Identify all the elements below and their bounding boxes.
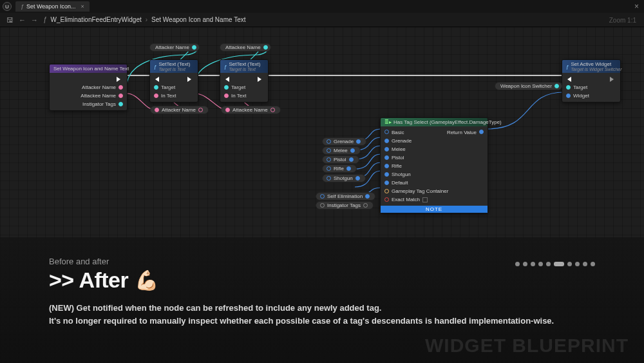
fx-icon: ƒ [21, 3, 24, 10]
var-attackee-name-in[interactable]: Attackee Name [221, 106, 281, 114]
in-pin[interactable] [566, 93, 571, 98]
node-header: ƒSet Active WidgetTarget is Widget Switc… [562, 60, 620, 73]
pill-self-elim[interactable]: Self Elimination [316, 192, 375, 201]
dot[interactable] [575, 262, 580, 266]
var-attackee-name[interactable]: Attackee Name [220, 43, 271, 52]
out-pin[interactable] [118, 93, 123, 98]
ue-logo-icon: U [3, 2, 12, 11]
node-header: ≣▸Has Tag Select (GameplayEffect.DamageT… [381, 118, 488, 126]
exact-match-checkbox[interactable] [422, 197, 428, 202]
note-bar[interactable]: NOTE [381, 206, 488, 213]
exec-pin[interactable] [151, 77, 159, 82]
in-pin[interactable] [225, 108, 230, 112]
node-has-tag-select[interactable]: ≣▸Has Tag Select (GameplayEffect.DamageT… [380, 117, 488, 213]
editor-tab[interactable]: ƒ Set Weapon Icon... × [15, 1, 90, 12]
pill-melee[interactable]: Melee [322, 146, 361, 155]
chevron-right-icon: › [146, 16, 147, 23]
overlay-subtitle: Before and after [49, 257, 595, 266]
var-weapon-icon-switcher[interactable]: Weapon Icon Switcher [495, 82, 562, 90]
dot-active[interactable] [554, 262, 564, 266]
zoom-label: Zoom 1:1 [609, 17, 636, 24]
exec-pin[interactable] [117, 77, 123, 82]
out-pin[interactable] [263, 45, 268, 50]
tab-bar: U ƒ Set Weapon Icon... × [0, 0, 644, 13]
overlay-body: (NEW) Get notified when the node can be … [49, 302, 595, 327]
fx-icon: ƒ [43, 16, 47, 23]
out-pin[interactable] [198, 108, 203, 112]
node-header: Set Weapon Icon and Name Text [50, 64, 127, 73]
presentation-overlay: Before and after >> After 💪🏻 (NEW) Get n… [0, 237, 644, 363]
exec-pin[interactable] [258, 77, 264, 82]
node-entry[interactable]: Set Weapon Icon and Name Text Attacker N… [49, 64, 128, 111]
toolbar: 🖫 ← → ƒ W_EliminationFeedEntryWidget › S… [0, 13, 644, 27]
node-settext-2[interactable]: ƒSetText (Text)Target is Text Target In … [220, 59, 269, 103]
muscle-icon: 💪🏻 [135, 269, 158, 291]
exec-pin[interactable] [187, 77, 194, 82]
overlay-title: >> After 💪🏻 [49, 268, 595, 293]
node-header: ƒSetText (Text)Target is Text [150, 60, 198, 73]
in-pin[interactable] [224, 85, 229, 90]
exec-pin[interactable] [610, 77, 616, 82]
tab-title: Set Weapon Icon... [26, 3, 75, 10]
node-header: ƒSetText (Text)Target is Text [220, 60, 268, 73]
breadcrumb-func: Set Weapon Icon and Name Text [151, 16, 245, 23]
out-pin[interactable] [192, 45, 196, 50]
in-pin[interactable] [155, 108, 159, 112]
save-icon[interactable]: 🖫 [6, 16, 14, 24]
pill-pistol[interactable]: Pistol [322, 155, 359, 164]
var-attacker-name[interactable]: Attacker Name [149, 43, 200, 52]
out-pin[interactable] [270, 108, 275, 112]
nav-back-icon[interactable]: ← [19, 16, 26, 24]
var-attacker-name-in[interactable]: Attacker Name [150, 106, 209, 114]
in-pin[interactable] [566, 85, 571, 90]
pagination-dots[interactable] [515, 262, 595, 266]
node-title: Set Weapon Icon and Name Text [53, 66, 129, 72]
node-settext-1[interactable]: ƒSetText (Text)Target is Text Target In … [149, 59, 198, 103]
in-pin[interactable] [154, 85, 158, 90]
pill-grenade[interactable]: Grenade [322, 137, 366, 146]
exec-pin[interactable] [222, 77, 229, 82]
dot[interactable] [515, 262, 520, 266]
dot[interactable] [583, 262, 587, 266]
dot[interactable] [546, 262, 551, 266]
dot[interactable] [567, 262, 572, 266]
watermark-text: WIDGET BLUEPRINT [425, 335, 629, 357]
exec-pin[interactable] [564, 77, 571, 82]
dot[interactable] [531, 262, 535, 266]
out-pin[interactable] [118, 85, 123, 90]
dot[interactable] [523, 262, 527, 266]
dot[interactable] [538, 262, 543, 266]
in-pin[interactable] [224, 93, 229, 98]
nav-fwd-icon[interactable]: → [31, 16, 38, 24]
pill-instigator-tags[interactable]: Instigator Tags [316, 201, 374, 210]
node-set-active-widget[interactable]: ƒSet Active WidgetTarget is Widget Switc… [562, 59, 621, 103]
out-pin[interactable] [118, 102, 123, 106]
dot[interactable] [591, 262, 595, 266]
pill-shotgun[interactable]: Shotgun [322, 174, 366, 182]
in-pin[interactable] [154, 93, 158, 98]
close-icon[interactable]: × [80, 3, 84, 10]
window-close-icon[interactable]: × [634, 2, 639, 11]
out-pin[interactable] [554, 84, 559, 88]
breadcrumb-widget: W_EliminationFeedEntryWidget [51, 16, 142, 23]
pill-rifle[interactable]: Rifle [322, 164, 357, 173]
breadcrumb[interactable]: ƒ W_EliminationFeedEntryWidget › Set Wea… [43, 16, 245, 23]
